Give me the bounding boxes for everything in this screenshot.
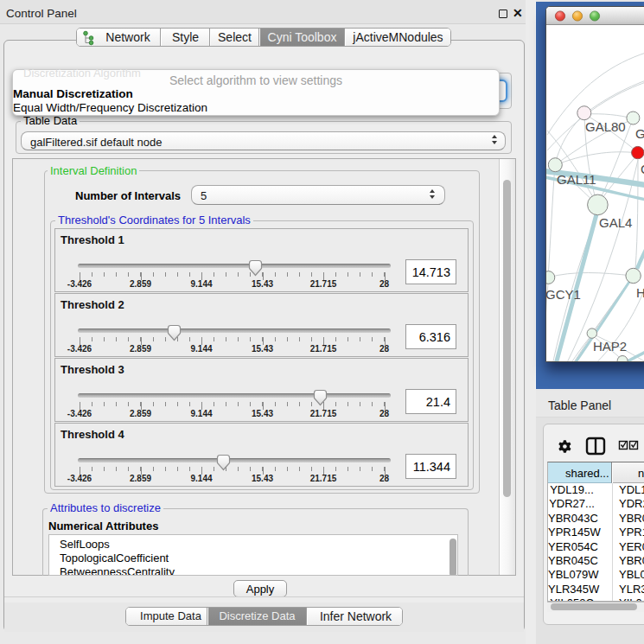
svg-text:C: C	[641, 162, 644, 176]
svg-text:GAL4: GAL4	[599, 215, 632, 230]
svg-text:GCY1: GCY1	[546, 287, 581, 302]
svg-text:H: H	[636, 285, 644, 300]
svg-text:GAL11: GAL11	[557, 172, 596, 187]
svg-text:G.: G.	[635, 126, 644, 141]
svg-text:GAL80: GAL80	[585, 119, 626, 134]
svg-text:HAP2: HAP2	[593, 339, 627, 354]
